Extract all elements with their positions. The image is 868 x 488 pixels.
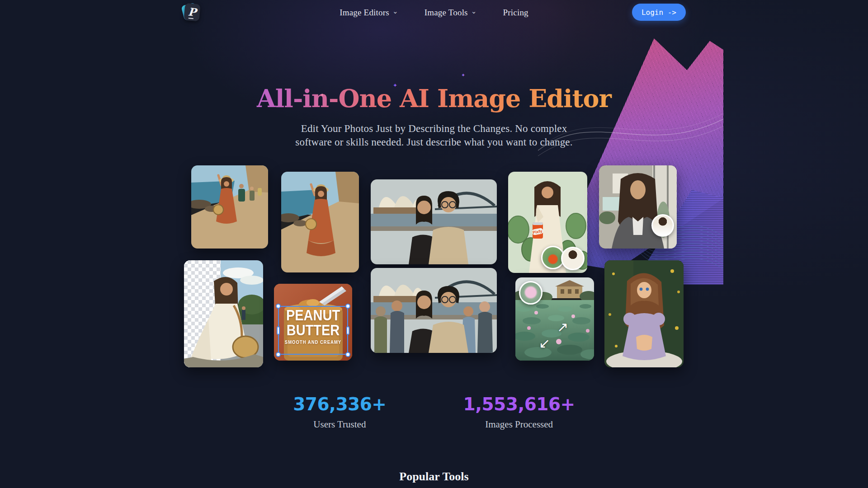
stat-images: 1,553,616+ Images Processed	[463, 394, 575, 430]
sparkle-icon	[461, 72, 465, 78]
selection-handle[interactable]	[277, 326, 280, 335]
demo-image-product-placement: Pixfy	[508, 172, 587, 273]
stat-value: 1,553,616+	[463, 394, 575, 414]
demo-image-photo-to-anime	[604, 260, 684, 367]
chevron-down-icon	[392, 8, 398, 18]
selection-handle[interactable]	[276, 304, 281, 309]
selection-handle[interactable]	[345, 304, 350, 309]
stat-label: Users Trusted	[293, 419, 386, 430]
thumbnail-badge-original	[651, 214, 674, 237]
hero-subtitle: Edit Your Photos Just by Describing the …	[145, 122, 723, 149]
login-button[interactable]: Login ->	[632, 4, 686, 21]
demo-image-sydney-with-crowd	[371, 268, 497, 353]
selection-handle[interactable]	[276, 352, 281, 357]
stats-section: 376,336+ Users Trusted 1,553,616+ Images…	[145, 394, 723, 430]
nav-item-image-editors[interactable]: Image Editors	[340, 8, 398, 18]
popular-tools-title: Popular Tools	[145, 470, 723, 483]
demo-image-remove-people-after	[281, 172, 359, 272]
stat-value: 376,336+	[293, 394, 386, 414]
stat-users: 376,336+ Users Trusted	[293, 394, 386, 430]
nav-item-image-tools[interactable]: Image Tools	[425, 8, 477, 18]
selection-handle[interactable]	[346, 326, 349, 335]
selection-box[interactable]	[278, 306, 348, 355]
demo-image-remove-people-before	[191, 165, 268, 249]
zoom-detail-badge	[519, 281, 542, 305]
nav-item-pricing[interactable]: Pricing	[503, 8, 528, 18]
stat-label: Images Processed	[463, 419, 575, 430]
page-title: All-in-One AI Image Editor	[145, 84, 723, 113]
thumbnail-badge-model	[561, 247, 585, 270]
demo-image-headshot	[599, 165, 677, 249]
demo-image-sydney-clean	[371, 179, 497, 264]
landing-page: P Image Editors Image Tools Pricing Logi…	[0, 0, 868, 488]
chevron-down-icon	[471, 8, 477, 18]
expand-arrow-icon	[557, 319, 568, 335]
expand-arrow-icon	[539, 335, 550, 351]
demo-image-upscale	[515, 277, 594, 361]
demo-image-text-overlay: PEANUT BUTTER SMOOTH AND CREAMY	[274, 284, 352, 361]
selection-handle[interactable]	[345, 352, 350, 357]
demo-image-background-removal	[184, 260, 263, 367]
